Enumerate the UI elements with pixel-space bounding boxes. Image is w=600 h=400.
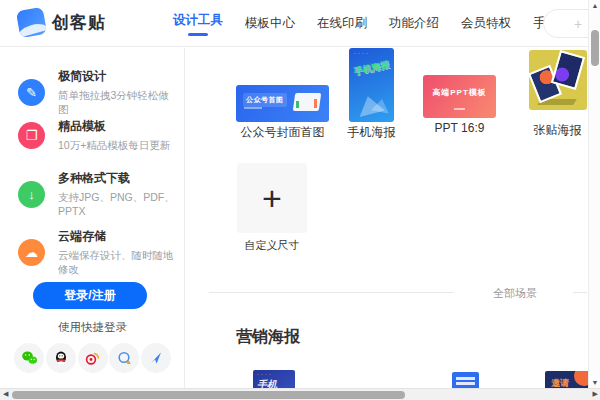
feature-premium-templates: ❐ 精品模板 10万+精品模板每日更新	[18, 118, 176, 152]
feature-cloud-storage: ☁ 云端存储 云端保存设计、随时随地修改	[18, 228, 176, 276]
sidebar: ✎ 极简设计 简单拖拉拽3分钟轻松做图 ❐ 精品模板 10万+精品模板每日更新 …	[0, 48, 185, 388]
feature-title: 云端存储	[58, 228, 176, 245]
wechat-icon[interactable]	[14, 343, 44, 373]
poster-art-text: 邀请	[551, 377, 569, 388]
poster-thumbnail[interactable]: 邀请	[545, 371, 588, 388]
logo-icon	[16, 7, 47, 38]
nav-item-design-tool[interactable]: 设计工具	[167, 8, 229, 40]
horizontal-scroll-thumb[interactable]	[12, 391, 405, 399]
main-content: 公众号首图 公众号封面首图 ···· 手机海报 手机海报 高端PPT模板 PPT…	[185, 48, 588, 388]
cloud-icon: ☁	[18, 239, 45, 266]
poster-art-text: 手机	[257, 378, 277, 388]
feature-desc: 10万+精品模板每日更新	[58, 138, 170, 152]
nav-item-vip[interactable]: 会员特权	[455, 11, 517, 36]
feature-simple-design: ✎ 极简设计 简单拖拉拽3分钟轻松做图	[18, 68, 176, 116]
horizontal-scrollbar[interactable]: ◀ ▶	[0, 388, 600, 400]
plane-icon[interactable]	[141, 343, 171, 373]
quick-login-label: 使用快捷登录	[0, 320, 185, 335]
vertical-scroll-thumb[interactable]	[591, 30, 599, 66]
scene-label-ppt[interactable]: PPT 16:9	[423, 121, 496, 135]
qq-icon[interactable]	[46, 343, 76, 373]
scroll-left-arrow-icon[interactable]: ◀	[3, 390, 8, 398]
custom-size-card[interactable]: +	[237, 163, 307, 233]
logo-text: 创客贴	[52, 11, 106, 34]
scene-card-print-poster[interactable]	[529, 50, 587, 110]
scene-card-ppt[interactable]: 高端PPT模板	[423, 75, 496, 118]
pencil-icon: ✎	[18, 79, 45, 106]
feature-title: 精品模板	[58, 118, 170, 135]
download-icon: ↓	[18, 181, 45, 208]
feature-desc: 支持JPG、PNG、PDF、PPTX	[58, 190, 176, 218]
main-nav: 设计工具 模板中心 在线印刷 功能介绍 会员特权 手机端 ···	[167, 0, 600, 47]
feature-desc: 简单拖拉拽3分钟轻松做图	[58, 88, 176, 116]
card-art-text: 手机海报	[349, 57, 394, 79]
messenger-icon[interactable]	[109, 343, 139, 373]
login-register-button[interactable]: 登录/注册	[33, 282, 147, 309]
nav-item-template-center[interactable]: 模板中心	[239, 11, 301, 36]
nav-item-online-print[interactable]: 在线印刷	[311, 11, 373, 36]
feature-title: 极简设计	[58, 68, 176, 85]
social-login-row	[0, 343, 185, 373]
weibo-icon[interactable]	[78, 343, 108, 373]
card-art-text: 公众号首图	[243, 93, 287, 107]
plus-icon: +	[574, 16, 582, 32]
card-art-text: 高端PPT模板	[423, 87, 496, 98]
divider	[209, 292, 454, 293]
poster-thumbnail[interactable]	[452, 372, 479, 388]
all-scenes-link[interactable]: 全部场景	[485, 286, 545, 301]
vertical-scrollbar[interactable]: ▲ ▼	[588, 0, 600, 388]
logo[interactable]: 创客贴	[18, 9, 106, 36]
scene-card-wechat-cover[interactable]: 公众号首图	[236, 85, 329, 122]
custom-size-label[interactable]: 自定义尺寸	[227, 238, 317, 253]
feature-multi-format-download: ↓ 多种格式下载 支持JPG、PNG、PDF、PPTX	[18, 170, 176, 218]
nav-item-features[interactable]: 功能介绍	[383, 11, 445, 36]
scene-label-mobile-poster[interactable]: 手机海报	[324, 124, 419, 141]
scroll-right-arrow-icon[interactable]: ▶	[593, 390, 598, 398]
section-title-marketing-posters: 营销海报	[236, 327, 300, 348]
plus-icon: +	[262, 181, 282, 215]
divider	[573, 292, 587, 293]
scene-card-mobile-poster[interactable]: ···· 手机海报	[349, 48, 394, 122]
scroll-up-arrow-icon[interactable]: ▲	[589, 2, 600, 9]
scene-label-print-poster[interactable]: 张贴海报	[515, 122, 588, 139]
scroll-down-arrow-icon[interactable]: ▼	[589, 379, 600, 386]
poster-thumbnail[interactable]: ···· 手机	[253, 370, 295, 388]
header: 创客贴 设计工具 模板中心 在线印刷 功能介绍 会员特权 手机端 ··· +	[0, 0, 588, 47]
template-icon: ❐	[18, 122, 45, 149]
feature-title: 多种格式下载	[58, 170, 176, 187]
feature-desc: 云端保存设计、随时随地修改	[58, 248, 176, 276]
